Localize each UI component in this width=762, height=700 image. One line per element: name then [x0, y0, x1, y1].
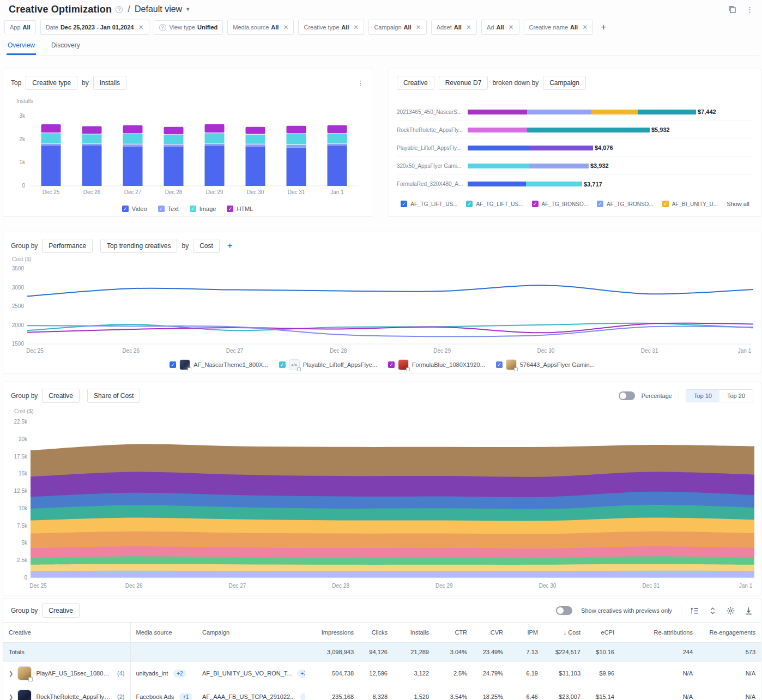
checkbox-icon[interactable]: ✓: [190, 206, 196, 212]
column-header-re-engagements[interactable]: Re-engagements: [698, 623, 761, 643]
chevron-down-icon[interactable]: ▼: [185, 7, 190, 12]
campaign-badge[interactable]: +3: [297, 669, 305, 678]
expand-rows-icon[interactable]: [708, 606, 717, 615]
campaign-chip[interactable]: Campaign: [543, 76, 586, 90]
tab-discovery[interactable]: Discovery: [50, 38, 81, 55]
card-kebab-icon[interactable]: ⋮: [357, 79, 364, 87]
share-of-cost-chip[interactable]: Share of Cost: [87, 389, 140, 403]
filter-chip-creative-type[interactable]: Creative typeAll✕: [298, 20, 364, 35]
share-area-chart: 02.5k5k7.5k10k12.5k15k17.5k20k22.5kDec 2…: [9, 414, 757, 594]
gear-icon[interactable]: [726, 606, 735, 615]
table-row[interactable]: ❯RockTheRolette_AppsFlyer_1200...(2)Face…: [3, 685, 761, 700]
filter-chip-media-source[interactable]: Media sourceAll✕: [227, 20, 294, 35]
svg-text:Dec 30: Dec 30: [539, 583, 557, 589]
creative-type-chip[interactable]: Creative type: [26, 76, 77, 90]
checkbox-icon[interactable]: ✓: [532, 201, 539, 207]
filter-chip-view-type[interactable]: ?View typeUnified: [154, 20, 223, 35]
checkbox-icon[interactable]: ✓: [227, 206, 233, 212]
close-icon[interactable]: ✕: [353, 23, 359, 31]
checkbox-icon[interactable]: ✓: [279, 361, 286, 368]
column-header-ecpi[interactable]: eCPI: [586, 623, 620, 643]
filter-label: Adset: [437, 24, 452, 31]
tab-overview[interactable]: Overview: [7, 38, 36, 55]
download-icon[interactable]: [744, 606, 753, 615]
kebab-menu-icon[interactable]: ⋮: [746, 5, 753, 14]
column-header-ctr[interactable]: CTR: [434, 623, 473, 643]
column-header-campaign[interactable]: Campaign: [197, 623, 305, 643]
column-header-creative[interactable]: Creative: [3, 623, 130, 643]
column-header-re-attributions[interactable]: Re-attributions: [620, 623, 698, 643]
close-icon[interactable]: ✕: [508, 23, 513, 31]
close-icon[interactable]: ✕: [138, 23, 143, 31]
legend-item-creative: ✓576443_AppsFlyer Gamin...: [496, 359, 595, 370]
filter-value: All: [404, 24, 412, 31]
previews-only-toggle[interactable]: [556, 606, 572, 615]
close-icon[interactable]: ✕: [283, 23, 288, 31]
filter-chip-date[interactable]: DateDec 25,2023 - Jan 01,2024✕: [40, 20, 149, 35]
creative-chip[interactable]: Creative: [397, 76, 434, 90]
share-creative-chip[interactable]: Creative: [42, 389, 80, 403]
row-height-icon[interactable]: [690, 606, 699, 615]
filter-chip-campaign[interactable]: CampaignAll✕: [368, 20, 426, 35]
revenue-bar-segment: [468, 164, 529, 168]
media-type-icon: [188, 367, 191, 371]
filter-chip-ad[interactable]: AdAll✕: [481, 20, 519, 35]
checkbox-icon[interactable]: ✓: [401, 201, 407, 207]
show-all-link[interactable]: Show all: [727, 201, 749, 207]
top-trending-chip[interactable]: Top trending creatives: [100, 239, 177, 253]
page-header: Creative Optimization ? / Default view ▼…: [0, 0, 762, 16]
duplicate-icon[interactable]: [728, 5, 736, 14]
top-20-option[interactable]: Top 20: [719, 390, 753, 402]
filter-chip-adset[interactable]: AdsetAll✕: [431, 20, 477, 35]
column-header-cost[interactable]: ↓ Cost: [543, 623, 586, 643]
checkbox-icon[interactable]: ✓: [496, 361, 503, 368]
close-icon[interactable]: ✕: [416, 23, 421, 31]
svg-text:10k: 10k: [19, 505, 28, 511]
column-header-clicks[interactable]: Clicks: [359, 623, 393, 643]
column-header-installs[interactable]: Installs: [393, 623, 434, 643]
checkbox-icon[interactable]: ✓: [662, 201, 669, 207]
revenue-bar-row: 320x50_AppsFlyer Gami...$3,932: [397, 157, 753, 175]
metric-value: 24.79%: [473, 662, 509, 685]
totals-value: 3,098,943: [305, 643, 359, 662]
filter-chip-app[interactable]: AppAll: [4, 20, 36, 34]
revenue-bar-segment: [529, 146, 593, 150]
revenue-d7-chip[interactable]: Revenue D7: [439, 76, 488, 90]
percentage-toggle[interactable]: [619, 391, 635, 400]
close-icon[interactable]: ✕: [466, 23, 471, 31]
expand-chevron-icon[interactable]: ❯: [9, 694, 13, 700]
filter-chip-creative-name[interactable]: Creative nameAll✕: [524, 20, 594, 35]
revenue-legend: ✓AF_TG_LIFT_US...✓AF_TG_LIFT_US...✓AF_TG…: [389, 201, 761, 207]
top-10-option[interactable]: Top 10: [686, 390, 719, 402]
column-header-cvr[interactable]: CVR: [473, 623, 509, 643]
expand-chevron-icon[interactable]: ❯: [9, 671, 13, 677]
column-header-ipm[interactable]: IPM: [509, 623, 543, 643]
checkbox-icon[interactable]: ✓: [122, 206, 129, 212]
campaign-name: AF_AAA_FB_US_TCPA_291022...: [202, 693, 295, 700]
svg-text:1500: 1500: [12, 341, 25, 347]
table-row[interactable]: ❯PlayAF_US_15sec_1080X1920_6...(4)unitya…: [3, 662, 761, 685]
media-source-badge[interactable]: +1: [179, 693, 192, 700]
campaign-badge[interactable]: +1: [300, 693, 305, 700]
performance-chip[interactable]: Performance: [42, 239, 93, 253]
checkbox-icon[interactable]: ✓: [158, 206, 165, 212]
checkbox-icon[interactable]: ✓: [170, 361, 176, 368]
checkbox-icon[interactable]: ✓: [466, 201, 473, 207]
view-name[interactable]: Default view: [135, 4, 182, 14]
checkbox-icon[interactable]: ✓: [388, 361, 395, 368]
cost-chip[interactable]: Cost: [193, 239, 220, 253]
add-metric-button[interactable]: +: [227, 240, 233, 251]
creative-thumbnail: [179, 359, 190, 370]
revenue-breakdown-card: Creative Revenue D7 broken down by Campa…: [389, 69, 761, 217]
table-creative-chip[interactable]: Creative: [42, 604, 80, 618]
media-source-badge[interactable]: +2: [173, 669, 186, 678]
installs-metric-chip[interactable]: Installs: [93, 76, 126, 90]
column-header-media-source[interactable]: Media source: [130, 623, 197, 643]
add-filter-button[interactable]: +: [601, 22, 606, 33]
revenue-bar-row: FormulaRed_320X480_A...$3,717: [397, 175, 753, 193]
close-icon[interactable]: ✕: [582, 23, 588, 31]
column-header-impressions[interactable]: Impressions: [305, 623, 359, 643]
divider: [679, 390, 679, 401]
title-info-icon[interactable]: ?: [116, 6, 123, 13]
checkbox-icon[interactable]: ✓: [597, 201, 603, 207]
